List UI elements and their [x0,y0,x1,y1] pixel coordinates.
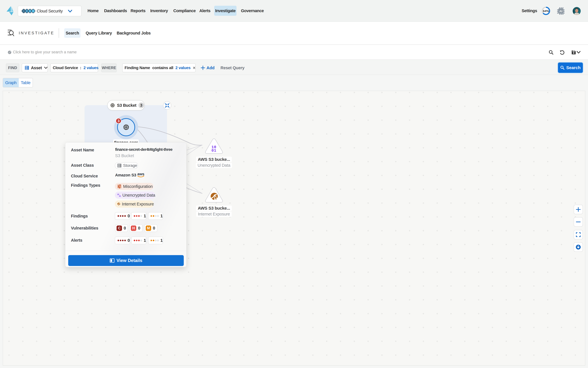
svg-text:AI: AI [559,9,562,13]
svg-text:aws: aws [137,172,144,176]
svg-text:01: 01 [119,195,121,197]
svg-text:01: 01 [212,148,216,153]
svg-text:64%: 64% [543,9,549,13]
